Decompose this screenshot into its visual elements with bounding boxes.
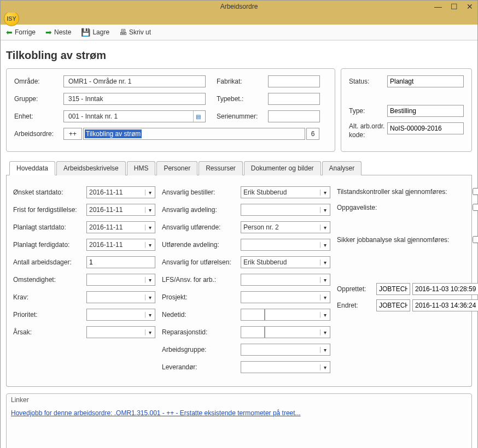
rep-label: Reparasjonstid:: [162, 328, 241, 336]
back-button[interactable]: ⬅ Forrige: [6, 28, 36, 37]
omst-label: Omstendighet:: [13, 276, 86, 284]
chevron-down-icon[interactable]: ▾: [145, 277, 155, 283]
ansv-best-label: Ansvarlig bestiller:: [162, 188, 241, 196]
tab-hms[interactable]: HMS: [127, 161, 156, 175]
ansv-for-utf-combo[interactable]: Erik Stubberud ▾: [241, 256, 330, 268]
arrow-right-icon: ➡: [45, 28, 52, 37]
wo-title-text: Tilkobling av strøm: [85, 129, 142, 138]
onsket-start-label: Ønsket startdato:: [13, 188, 86, 196]
arbgr-combo[interactable]: ▾: [241, 344, 330, 356]
chevron-down-icon[interactable]: ▾: [320, 347, 330, 353]
tilstand-checkbox[interactable]: [473, 188, 478, 195]
wo-number: 6: [306, 128, 319, 140]
next-button[interactable]: ➡ Neste: [45, 28, 71, 37]
altkode-input[interactable]: [387, 122, 464, 134]
chevron-down-icon[interactable]: ▾: [145, 312, 155, 318]
enhet-combo[interactable]: 001 - Inntak nr. 1 ▤: [63, 110, 206, 122]
lev-combo[interactable]: ▾: [241, 361, 330, 373]
chevron-down-icon[interactable]: ▾: [145, 190, 155, 196]
ansv-avd-label: Ansvarlig avdeling:: [162, 206, 241, 214]
tab-dokumenter[interactable]: Dokumenter og bilder: [244, 161, 321, 175]
tab-analyser[interactable]: Analyser: [322, 161, 362, 175]
prio-label: Prioritet:: [13, 311, 86, 319]
tabs: Hoveddata Arbeidsbeskrivelse HMS Persone…: [6, 161, 472, 175]
rep-unit-combo[interactable]: ▾: [265, 326, 330, 338]
tab-personer[interactable]: Personer: [156, 161, 197, 175]
close-button[interactable]: ✕: [467, 2, 473, 11]
prio-combo[interactable]: ▾: [86, 309, 155, 321]
linker-link[interactable]: Hovedjobb for denne arbeidsordre: .OMR1.…: [11, 409, 301, 417]
print-button[interactable]: 🖶 Skriv ut: [119, 28, 151, 37]
chevron-down-icon[interactable]: ▾: [145, 207, 155, 213]
save-button[interactable]: 💾 Lagre: [81, 28, 109, 37]
enhet-label: Enhet:: [14, 113, 63, 120]
nedetid-unit-combo[interactable]: ▾: [265, 309, 330, 321]
arsak-label: Årsak:: [13, 328, 86, 336]
krav-combo[interactable]: ▾: [86, 291, 155, 303]
rep-num-input[interactable]: [241, 326, 265, 338]
antall-label: Antall arbeidsdager:: [13, 258, 86, 266]
antall-input[interactable]: [86, 256, 155, 268]
ansv-avd-combo[interactable]: ▾: [241, 204, 330, 216]
planlagt-ferdig-combo[interactable]: 2016-11-11 ▾: [86, 239, 155, 251]
lev-label: Leverandør:: [162, 363, 241, 371]
gruppe-combo[interactable]: 315 - Inntak: [63, 93, 206, 105]
wo-title-input[interactable]: Tilkobling av strøm: [83, 128, 305, 140]
utf-avd-combo[interactable]: ▾: [241, 239, 330, 251]
chevron-down-icon[interactable]: ▾: [320, 364, 330, 370]
chevron-down-icon[interactable]: ▾: [320, 329, 330, 335]
tab-arbeidsbeskrivelse[interactable]: Arbeidsbeskrivelse: [56, 161, 126, 175]
utf-avd-label: Utførende avdeling:: [162, 241, 241, 249]
chevron-down-icon[interactable]: ▾: [145, 242, 155, 248]
planlagt-start-combo[interactable]: 2016-11-11 ▾: [86, 221, 155, 233]
main-toolbar: ⬅ Forrige ➡ Neste 💾 Lagre 🖶 Skriv ut: [1, 25, 477, 40]
chevron-down-icon[interactable]: ▾: [320, 294, 330, 300]
onsket-start-combo[interactable]: 2016-11-11 ▾: [86, 186, 155, 198]
nedetid-label: Nedetid:: [162, 311, 241, 319]
oppgave-checkbox[interactable]: [473, 204, 478, 211]
ansv-for-utf-label: Ansvarlig for utførelsen:: [162, 258, 241, 266]
sikker-checkbox[interactable]: [473, 236, 478, 243]
ansv-utf-combo[interactable]: Person nr. 2 ▾: [241, 221, 330, 233]
chevron-down-icon[interactable]: ▾: [145, 329, 155, 335]
prosjekt-combo[interactable]: ▾: [241, 291, 330, 303]
chevron-down-icon[interactable]: ▾: [320, 207, 330, 213]
chevron-down-icon[interactable]: ▾: [145, 294, 155, 300]
planlagt-ferdig-value: 2016-11-11: [87, 241, 145, 249]
chevron-down-icon[interactable]: ▾: [320, 190, 330, 196]
chevron-down-icon[interactable]: ▾: [320, 312, 330, 318]
document-icon[interactable]: ▤: [193, 111, 203, 122]
lfs-label: LFS/Ansv. for arb.:: [162, 276, 241, 284]
chevron-down-icon[interactable]: ▾: [320, 277, 330, 283]
endret-time: [412, 299, 478, 311]
typebet-input[interactable]: [268, 93, 320, 105]
endret-label: Endret:: [337, 302, 376, 309]
onsket-start-value: 2016-11-11: [87, 188, 145, 196]
arsak-combo[interactable]: ▾: [86, 326, 155, 338]
tab-hoveddata-panel: Ønsket startdato: 2016-11-11 ▾ Frist for…: [6, 175, 472, 387]
frist-combo[interactable]: 2016-11-11 ▾: [86, 204, 155, 216]
chevron-down-icon[interactable]: ▾: [320, 225, 330, 231]
omst-combo[interactable]: ▾: [86, 274, 155, 286]
fabrikat-input[interactable]: [268, 75, 320, 87]
frist-label: Frist for ferdigstillelse:: [13, 206, 86, 214]
tab-hoveddata[interactable]: Hoveddata: [9, 161, 55, 175]
chevron-down-icon[interactable]: ▾: [320, 260, 330, 266]
nedetid-num-input[interactable]: [241, 309, 265, 321]
enhet-value: 001 - Inntak nr. 1: [66, 113, 193, 120]
maximize-button[interactable]: ☐: [451, 2, 458, 11]
chevron-down-icon[interactable]: ▾: [145, 225, 155, 231]
tab-ressurser[interactable]: Ressurser: [199, 161, 243, 175]
ansv-best-combo[interactable]: Erik Stubberud ▾: [241, 186, 330, 198]
chevron-down-icon[interactable]: ▾: [320, 242, 330, 248]
window-controls: — ☐ ✕: [434, 2, 473, 11]
oppgave-label: Oppgaveliste:: [337, 204, 469, 211]
type-input[interactable]: [387, 105, 464, 117]
status-input[interactable]: [387, 75, 464, 87]
details-col-b: Ansvarlig bestiller: Erik Stubberud ▾ An…: [162, 186, 330, 379]
minimize-button[interactable]: —: [434, 2, 442, 11]
lfs-combo[interactable]: ▾: [241, 274, 330, 286]
serienummer-input[interactable]: [268, 110, 320, 122]
details-col-a: Ønsket startdato: 2016-11-11 ▾ Frist for…: [13, 186, 155, 379]
omrade-combo[interactable]: OMR1 - Område nr. 1: [63, 75, 206, 87]
